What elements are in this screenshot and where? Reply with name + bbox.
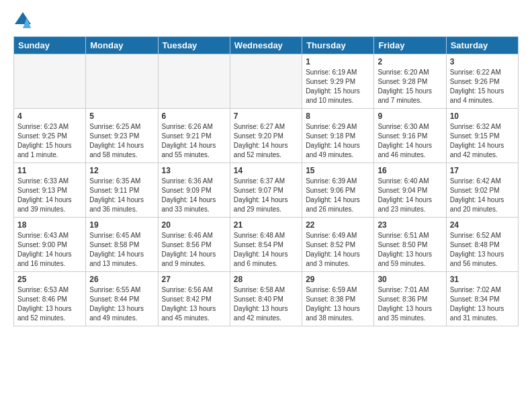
day-info: Sunrise: 6:25 AM Sunset: 9:23 PM Dayligh… bbox=[89, 122, 154, 160]
col-tuesday: Tuesday bbox=[158, 37, 230, 54]
day-info: Sunrise: 6:56 AM Sunset: 8:42 PM Dayligh… bbox=[162, 285, 226, 323]
calendar-week-row: 18Sunrise: 6:43 AM Sunset: 9:00 PM Dayli… bbox=[14, 218, 519, 272]
day-number: 25 bbox=[17, 275, 82, 284]
day-number: 21 bbox=[234, 220, 298, 230]
day-info: Sunrise: 6:20 AM Sunset: 9:28 PM Dayligh… bbox=[378, 68, 442, 105]
table-row: 15Sunrise: 6:39 AM Sunset: 9:06 PM Dayli… bbox=[302, 163, 374, 218]
day-number: 18 bbox=[17, 220, 82, 230]
header bbox=[13, 11, 519, 30]
table-row bbox=[158, 54, 230, 109]
table-row: 23Sunrise: 6:51 AM Sunset: 8:50 PM Dayli… bbox=[374, 218, 446, 272]
table-row bbox=[14, 54, 86, 109]
table-row: 9Sunrise: 6:30 AM Sunset: 9:16 PM Daylig… bbox=[374, 109, 446, 163]
day-info: Sunrise: 6:19 AM Sunset: 9:29 PM Dayligh… bbox=[306, 68, 370, 105]
day-number: 30 bbox=[378, 275, 442, 284]
table-row: 11Sunrise: 6:33 AM Sunset: 9:13 PM Dayli… bbox=[14, 163, 86, 218]
table-row bbox=[230, 54, 302, 109]
calendar-week-row: 25Sunrise: 6:53 AM Sunset: 8:46 PM Dayli… bbox=[14, 272, 519, 326]
day-info: Sunrise: 6:58 AM Sunset: 8:40 PM Dayligh… bbox=[234, 285, 298, 323]
day-number: 5 bbox=[89, 111, 154, 121]
day-number: 16 bbox=[378, 166, 442, 175]
day-number: 22 bbox=[306, 220, 370, 230]
table-row: 2Sunrise: 6:20 AM Sunset: 9:28 PM Daylig… bbox=[374, 54, 446, 109]
day-info: Sunrise: 6:55 AM Sunset: 8:44 PM Dayligh… bbox=[89, 285, 154, 323]
day-number: 14 bbox=[234, 166, 298, 175]
day-info: Sunrise: 6:42 AM Sunset: 9:02 PM Dayligh… bbox=[450, 177, 515, 214]
day-info: Sunrise: 6:52 AM Sunset: 8:48 PM Dayligh… bbox=[450, 231, 515, 269]
table-row: 1Sunrise: 6:19 AM Sunset: 9:29 PM Daylig… bbox=[302, 54, 374, 109]
table-row: 24Sunrise: 6:52 AM Sunset: 8:48 PM Dayli… bbox=[446, 218, 518, 272]
table-row: 27Sunrise: 6:56 AM Sunset: 8:42 PM Dayli… bbox=[158, 272, 230, 326]
calendar-week-row: 1Sunrise: 6:19 AM Sunset: 9:29 PM Daylig… bbox=[14, 54, 519, 109]
table-row: 31Sunrise: 7:02 AM Sunset: 8:34 PM Dayli… bbox=[446, 272, 518, 326]
table-row: 18Sunrise: 6:43 AM Sunset: 9:00 PM Dayli… bbox=[14, 218, 86, 272]
day-info: Sunrise: 6:49 AM Sunset: 8:52 PM Dayligh… bbox=[306, 231, 370, 269]
calendar-week-row: 11Sunrise: 6:33 AM Sunset: 9:13 PM Dayli… bbox=[14, 163, 519, 218]
day-number: 12 bbox=[89, 166, 154, 175]
table-row: 7Sunrise: 6:27 AM Sunset: 9:20 PM Daylig… bbox=[230, 109, 302, 163]
day-number: 27 bbox=[162, 275, 226, 284]
day-info: Sunrise: 6:51 AM Sunset: 8:50 PM Dayligh… bbox=[378, 231, 442, 269]
table-row: 4Sunrise: 6:23 AM Sunset: 9:25 PM Daylig… bbox=[14, 109, 86, 163]
day-info: Sunrise: 6:53 AM Sunset: 8:46 PM Dayligh… bbox=[17, 285, 82, 323]
day-info: Sunrise: 6:29 AM Sunset: 9:18 PM Dayligh… bbox=[306, 122, 370, 160]
day-number: 6 bbox=[162, 111, 226, 121]
day-number: 1 bbox=[306, 57, 370, 66]
logo-icon bbox=[13, 11, 32, 30]
table-row: 25Sunrise: 6:53 AM Sunset: 8:46 PM Dayli… bbox=[14, 272, 86, 326]
table-row: 20Sunrise: 6:46 AM Sunset: 8:56 PM Dayli… bbox=[158, 218, 230, 272]
day-number: 11 bbox=[17, 166, 82, 175]
day-number: 15 bbox=[306, 166, 370, 175]
day-number: 20 bbox=[162, 220, 226, 230]
col-monday: Monday bbox=[86, 37, 158, 54]
day-number: 8 bbox=[306, 111, 370, 121]
table-row: 10Sunrise: 6:32 AM Sunset: 9:15 PM Dayli… bbox=[446, 109, 518, 163]
day-info: Sunrise: 6:32 AM Sunset: 9:15 PM Dayligh… bbox=[450, 122, 515, 160]
table-row: 29Sunrise: 6:59 AM Sunset: 8:38 PM Dayli… bbox=[302, 272, 374, 326]
day-info: Sunrise: 6:45 AM Sunset: 8:58 PM Dayligh… bbox=[89, 231, 154, 269]
day-info: Sunrise: 6:48 AM Sunset: 8:54 PM Dayligh… bbox=[234, 231, 298, 269]
table-row: 8Sunrise: 6:29 AM Sunset: 9:18 PM Daylig… bbox=[302, 109, 374, 163]
table-row: 12Sunrise: 6:35 AM Sunset: 9:11 PM Dayli… bbox=[86, 163, 158, 218]
day-number: 7 bbox=[234, 111, 298, 121]
day-info: Sunrise: 6:33 AM Sunset: 9:13 PM Dayligh… bbox=[17, 177, 82, 214]
table-row: 6Sunrise: 6:26 AM Sunset: 9:21 PM Daylig… bbox=[158, 109, 230, 163]
day-info: Sunrise: 6:27 AM Sunset: 9:20 PM Dayligh… bbox=[234, 122, 298, 160]
day-number: 19 bbox=[89, 220, 154, 230]
table-row: 28Sunrise: 6:58 AM Sunset: 8:40 PM Dayli… bbox=[230, 272, 302, 326]
day-info: Sunrise: 6:59 AM Sunset: 8:38 PM Dayligh… bbox=[306, 285, 370, 323]
table-row: 21Sunrise: 6:48 AM Sunset: 8:54 PM Dayli… bbox=[230, 218, 302, 272]
table-row: 13Sunrise: 6:36 AM Sunset: 9:09 PM Dayli… bbox=[158, 163, 230, 218]
day-number: 28 bbox=[234, 275, 298, 284]
day-info: Sunrise: 6:30 AM Sunset: 9:16 PM Dayligh… bbox=[378, 122, 442, 160]
day-number: 23 bbox=[378, 220, 442, 230]
logo bbox=[13, 11, 35, 30]
col-wednesday: Wednesday bbox=[230, 37, 302, 54]
day-info: Sunrise: 6:23 AM Sunset: 9:25 PM Dayligh… bbox=[17, 122, 82, 160]
table-row: 30Sunrise: 7:01 AM Sunset: 8:36 PM Dayli… bbox=[374, 272, 446, 326]
day-info: Sunrise: 6:39 AM Sunset: 9:06 PM Dayligh… bbox=[306, 177, 370, 214]
day-info: Sunrise: 6:26 AM Sunset: 9:21 PM Dayligh… bbox=[162, 122, 226, 160]
col-friday: Friday bbox=[374, 37, 446, 54]
day-number: 9 bbox=[378, 111, 442, 121]
day-number: 2 bbox=[378, 57, 442, 66]
table-row: 5Sunrise: 6:25 AM Sunset: 9:23 PM Daylig… bbox=[86, 109, 158, 163]
day-number: 26 bbox=[89, 275, 154, 284]
table-row: 22Sunrise: 6:49 AM Sunset: 8:52 PM Dayli… bbox=[302, 218, 374, 272]
day-number: 4 bbox=[17, 111, 82, 121]
day-number: 17 bbox=[450, 166, 515, 175]
col-saturday: Saturday bbox=[446, 37, 518, 54]
day-info: Sunrise: 6:35 AM Sunset: 9:11 PM Dayligh… bbox=[89, 177, 154, 214]
table-row: 17Sunrise: 6:42 AM Sunset: 9:02 PM Dayli… bbox=[446, 163, 518, 218]
day-info: Sunrise: 7:01 AM Sunset: 8:36 PM Dayligh… bbox=[378, 285, 442, 323]
col-thursday: Thursday bbox=[302, 37, 374, 54]
day-number: 3 bbox=[450, 57, 515, 66]
table-row: 14Sunrise: 6:37 AM Sunset: 9:07 PM Dayli… bbox=[230, 163, 302, 218]
day-number: 10 bbox=[450, 111, 515, 121]
table-row bbox=[86, 54, 158, 109]
table-row: 19Sunrise: 6:45 AM Sunset: 8:58 PM Dayli… bbox=[86, 218, 158, 272]
day-info: Sunrise: 7:02 AM Sunset: 8:34 PM Dayligh… bbox=[450, 285, 515, 323]
table-row: 3Sunrise: 6:22 AM Sunset: 9:26 PM Daylig… bbox=[446, 54, 518, 109]
table-row: 16Sunrise: 6:40 AM Sunset: 9:04 PM Dayli… bbox=[374, 163, 446, 218]
page: Sunday Monday Tuesday Wednesday Thursday… bbox=[0, 0, 532, 337]
